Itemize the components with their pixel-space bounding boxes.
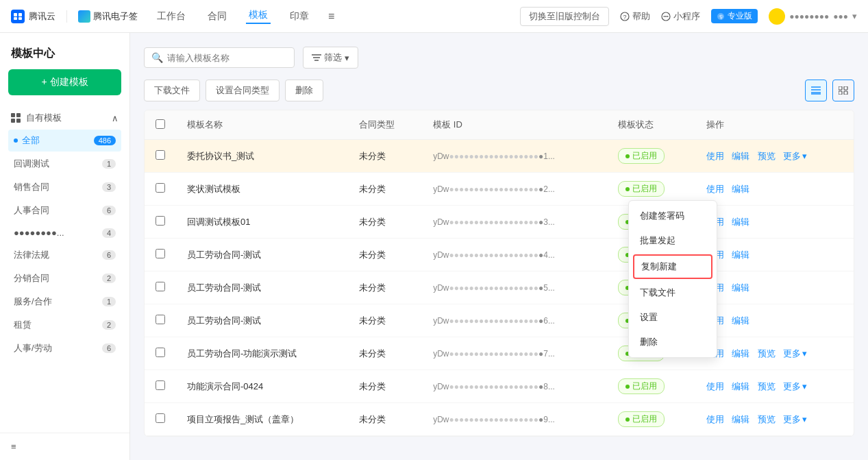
use-button[interactable]: 使用 — [706, 184, 724, 194]
contract-type: 未分类 — [348, 370, 422, 403]
svg-rect-12 — [11, 113, 15, 117]
search-box[interactable]: 🔍 — [144, 47, 295, 68]
template-name: 委托协议书_测试 — [176, 140, 348, 173]
row-checkbox[interactable] — [156, 150, 165, 160]
use-button[interactable]: 使用 — [706, 414, 724, 424]
create-template-button[interactable]: + 创建模板 — [8, 69, 121, 95]
list-view-button[interactable] — [805, 80, 827, 101]
dropdown-item-delete[interactable]: 删除 — [629, 330, 717, 354]
edit-button[interactable]: 编辑 — [732, 348, 749, 359]
row-checkbox[interactable] — [156, 183, 165, 193]
row-checkbox[interactable] — [156, 216, 165, 226]
preview-button[interactable]: 预览 — [758, 381, 776, 391]
svg-rect-3 — [18, 17, 22, 20]
edit-button[interactable]: 编辑 — [732, 250, 749, 260]
preview-button[interactable]: 预览 — [758, 151, 776, 161]
more-button[interactable]: 更多 ▾ — [783, 348, 807, 360]
preview-button[interactable]: 预览 — [758, 414, 776, 424]
edit-button[interactable]: 编辑 — [732, 414, 749, 424]
miniapp-button[interactable]: 小程序 — [661, 10, 700, 23]
row-checkbox[interactable] — [156, 380, 165, 390]
edit-button[interactable]: 编辑 — [732, 184, 749, 194]
nav-workbench[interactable]: 工作台 — [154, 10, 188, 23]
sidebar-item-all[interactable]: 全部 486 — [8, 130, 121, 152]
svg-rect-23 — [839, 86, 842, 90]
contract-type: 未分类 — [348, 239, 422, 271]
sidebar-footer[interactable]: ≡ — [0, 433, 129, 460]
filter-label: 筛选 — [324, 51, 342, 64]
sidebar-item-custom1[interactable]: ●●●●●●●●... 4 — [8, 223, 121, 243]
dropdown-item-settings[interactable]: 设置 — [629, 305, 717, 330]
more-button[interactable]: 更多 ▾ — [783, 413, 807, 426]
row-checkbox[interactable] — [156, 348, 165, 357]
nav-template[interactable]: 模板 — [246, 9, 271, 24]
dropdown-item-download[interactable]: 下载文件 — [629, 280, 717, 305]
sidebar-item-sales-count: 3 — [102, 182, 116, 192]
sidebar-item-rental-count: 2 — [102, 320, 116, 330]
table-row: 员工劳动合同-测试 未分类 yDw●●●●●●●●●●●●●●●●●●●4...… — [145, 239, 854, 271]
nav-contract[interactable]: 合同 — [205, 10, 230, 23]
dropdown-item-create-sign-code[interactable]: 创建签署码 — [629, 204, 717, 228]
template-name: 功能演示合同-0424 — [176, 370, 348, 403]
more-button[interactable]: 更多 ▾ — [783, 380, 807, 393]
pro-badge: 专 专业版 — [711, 9, 758, 23]
section-collapse-icon: ∧ — [112, 113, 119, 123]
dropdown-item-batch-launch[interactable]: 批量发起 — [629, 228, 717, 253]
user-info[interactable]: ●●●●●●●● ●●● ▾ — [769, 8, 857, 25]
switch-old-console-button[interactable]: 切换至旧版控制台 — [520, 7, 609, 26]
sidebar-item-legal[interactable]: 法律法规 6 — [8, 244, 121, 266]
delete-button[interactable]: 删除 — [285, 80, 323, 101]
nav-seal[interactable]: 印章 — [287, 10, 312, 23]
sidebar-item-sales[interactable]: 销售合同 3 — [8, 176, 121, 198]
preview-button[interactable]: 预览 — [758, 348, 776, 359]
svg-rect-26 — [844, 91, 847, 95]
select-all-checkbox[interactable] — [156, 119, 165, 129]
row-checkbox[interactable] — [156, 249, 165, 258]
template-name: 回调测试模板01 — [176, 206, 348, 239]
sidebar-section-header[interactable]: 自有模板 ∧ — [8, 106, 121, 130]
edit-button[interactable]: 编辑 — [732, 151, 749, 161]
set-contract-type-button[interactable]: 设置合同类型 — [206, 80, 280, 101]
action-buttons: 下载文件 设置合同类型 删除 — [144, 80, 323, 101]
svg-rect-15 — [16, 119, 21, 123]
sidebar-item-labor[interactable]: 人事/劳动 6 — [8, 337, 121, 359]
svg-point-8 — [665, 16, 667, 17]
row-checkbox[interactable] — [156, 282, 165, 291]
user-dropdown-icon: ▾ — [852, 11, 857, 21]
sidebar-item-hr[interactable]: 人事合同 6 — [8, 199, 121, 221]
esign-logo[interactable]: 腾讯电子签 — [66, 10, 138, 23]
sidebar-item-rental[interactable]: 租赁 2 — [8, 314, 121, 336]
edit-button[interactable]: 编辑 — [732, 315, 749, 326]
sidebar-item-service[interactable]: 服务/合作 1 — [8, 291, 121, 313]
tencent-cloud-logo[interactable]: 腾讯云 — [11, 10, 55, 23]
col-name: 模板名称 — [176, 110, 348, 140]
row-checkbox[interactable] — [156, 413, 165, 423]
use-button[interactable]: 使用 — [706, 151, 724, 161]
template-id: yDw●●●●●●●●●●●●●●●●●●●4... — [433, 250, 555, 260]
template-id: yDw●●●●●●●●●●●●●●●●●●●5... — [433, 283, 555, 293]
contract-type: 未分类 — [348, 337, 422, 370]
search-input[interactable] — [167, 53, 277, 63]
template-name: 项目立项报告_测试（盖章） — [176, 403, 348, 436]
nav-more-icon[interactable]: ≡ — [328, 10, 334, 23]
template-id: yDw●●●●●●●●●●●●●●●●●●●1... — [433, 152, 555, 161]
edit-button[interactable]: 编辑 — [732, 381, 749, 391]
tencent-cloud-icon — [11, 10, 25, 23]
contract-type: 未分类 — [348, 206, 422, 239]
edit-button[interactable]: 编辑 — [732, 217, 749, 227]
sidebar-item-distribution[interactable]: 分销合同 2 — [8, 267, 121, 289]
svg-text:?: ? — [623, 14, 627, 21]
row-checkbox[interactable] — [156, 315, 165, 324]
sidebar-item-callback[interactable]: 回调测试 1 — [8, 153, 121, 175]
sidebar-title: 模板中心 — [0, 33, 129, 69]
more-button[interactable]: 更多 ▾ — [783, 150, 807, 162]
help-button[interactable]: ? 帮助 — [620, 10, 650, 23]
sidebar-item-all-count: 486 — [94, 136, 116, 145]
grid-view-button[interactable] — [832, 80, 854, 101]
edit-button[interactable]: 编辑 — [732, 282, 749, 293]
filter-button[interactable]: 筛选 ▾ — [303, 47, 358, 69]
dropdown-item-copy-new[interactable]: 复制新建 — [633, 254, 712, 279]
use-button[interactable]: 使用 — [706, 381, 724, 391]
miniapp-label: 小程序 — [673, 10, 700, 23]
download-file-button[interactable]: 下载文件 — [144, 80, 200, 101]
